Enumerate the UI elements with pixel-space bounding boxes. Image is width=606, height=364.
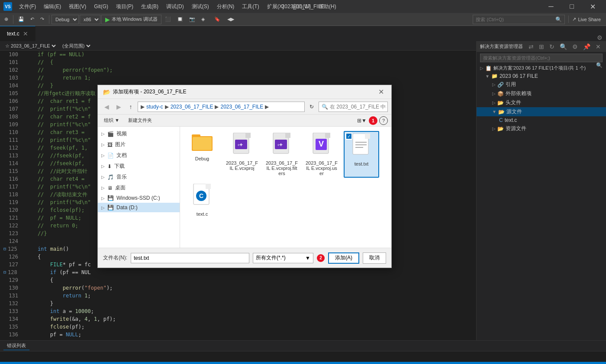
windows-ssd-label: Windows-SSD (C:) [116,195,160,201]
file-vcxproj-filters[interactable]: + ✦ 2023_06_17_FIL E.vcxproj.filters [264,131,300,178]
data-d-arrow: ▷ [101,205,105,210]
filename-input[interactable] [131,253,249,263]
images-label: 图片 [115,141,126,148]
nav-path: ▶ study-c ▶ 2023_06_17_FILE ▶ 2023_06_17… [138,102,305,112]
cancel-button[interactable]: 取消 [363,252,386,264]
documents-icon: 📄 [107,153,114,159]
documents-label: 文档 [116,152,127,159]
images-arrow: ▷ [101,142,105,147]
dialog-file-grid: Debug + ✦ [180,127,391,248]
nav-path-sep-1: ▶ [141,104,145,110]
filter-label: 所有文件(*.*) [256,254,286,262]
vcxproj-user-name: 2023_06_17_FIL E.vcxproj.user [306,160,338,176]
documents-arrow: ▷ [101,153,105,158]
svg-rect-1 [192,134,200,137]
data-d-label: Data (D:) [116,204,138,211]
file-vcxproj-user[interactable]: V 2023_06_17_FIL E.vcxproj.user [304,131,339,178]
dialog-toolbar-left: 组织 ▼ 新建文件夹 [101,116,155,125]
file-debug[interactable]: Debug [184,131,220,178]
svg-text:C: C [199,192,203,199]
dialog-nav: ◀ ▶ ↑ ▶ study-c ▶ 2023_06_17_FILE ▶ 2023… [98,99,391,115]
svg-rect-11 [285,133,290,138]
svg-rect-5 [245,133,251,138]
svg-text:✦: ✦ [277,143,280,147]
desktop-icon: 🖥 [107,185,113,191]
desktop-arrow: ▷ [101,185,105,190]
svg-text:V: V [319,140,324,148]
nav-path-study[interactable]: study-c [146,104,163,110]
sidebar-desktop[interactable]: ▷ 🖥 桌面 [98,182,180,193]
dialog-help-button[interactable]: ? [379,116,388,125]
nav-path-sep-4: ▶ [265,104,269,110]
sidebar-images[interactable]: ▷ 🖼 图片 [98,139,180,150]
nav-search: 🔍 [319,102,388,112]
sidebar-music[interactable]: ▷ 🎵 音乐 [98,172,180,182]
filter-arrow: ▼ [305,255,310,261]
videos-arrow: ▷ [101,131,105,136]
file-textc[interactable]: C text.c [184,182,220,218]
dialog-overlay: 📂 添加现有项 - 2023_06_17_FILE ✕ ◀ ▶ ↑ ▶ stud… [0,0,606,364]
dialog-badge-2: 2 [317,254,325,262]
svg-rect-17 [325,133,330,138]
images-icon: 🖼 [107,142,113,148]
filter-dropdown[interactable]: 所有文件(*.*) ▼ [253,253,313,263]
nav-search-input[interactable] [330,104,386,110]
vcxproj-filters-name: 2023_06_17_FIL E.vcxproj.filters [266,160,298,176]
nav-refresh-button[interactable]: ↻ [306,102,317,112]
music-label: 音乐 [116,173,127,181]
vcxproj-user-icon: V [312,133,331,159]
nav-back-button[interactable]: ◀ [101,102,112,112]
filename-label: 文件名(N): [103,254,127,262]
sidebar-downloads[interactable]: ▷ ⬇ 下载 [98,161,180,172]
dialog-title-icon: 📂 [103,89,110,96]
sidebar-windows-ssd[interactable]: ▷ 💾 Windows-SSD (C:) [98,193,180,203]
new-folder-button[interactable]: 新建文件夹 [126,116,155,125]
dialog-title-text: 添加现有项 - 2023_06_17_FILE [113,88,186,96]
sidebar-videos[interactable]: ▷ 🎬 视频 [98,128,180,139]
nav-up-button[interactable]: ↑ [126,102,136,112]
nav-path-file[interactable]: 2023_06_17_FILE [171,104,213,110]
nav-path-file2[interactable]: 2023_06_17_FILE [220,104,263,110]
nav-search-icon: 🔍 [322,104,328,110]
videos-icon: 🎬 [107,131,114,137]
svg-rect-28 [206,184,211,189]
add-button[interactable]: 添加(A) [328,252,359,264]
downloads-label: 下载 [114,163,125,170]
textc-file-icon: C [193,184,212,210]
sidebar-data-d[interactable]: ▷ 💾 Data (D:) [98,203,180,212]
nav-forward-button[interactable]: ▶ [113,102,124,112]
file-vcxproj[interactable]: + ✦ 2023_06_17_FIL E.vcxproj [224,131,260,178]
view-menu-button[interactable]: ⊞▼ [357,115,367,126]
data-d-icon: 💾 [107,204,114,211]
dialog-toolbar: 组织 ▼ 新建文件夹 ⊞▼ 1 ? [98,115,391,127]
selection-checkmark: ✓ [345,133,352,140]
debug-folder-name: Debug [195,156,209,161]
nav-path-sep-3: ▶ [215,104,219,110]
music-arrow: ▷ [101,175,105,179]
dialog-toolbar-right: ⊞▼ 1 ? [357,115,388,126]
downloads-arrow: ▷ [101,164,105,169]
dialog-titlebar: 📂 添加现有项 - 2023_06_17_FILE ✕ [98,85,391,99]
organize-button[interactable]: 组织 ▼ [101,116,122,125]
dialog-footer: 文件名(N): 所有文件(*.*) ▼ 2 添加(A) 取消 [98,248,391,268]
add-existing-item-dialog: 📂 添加现有项 - 2023_06_17_FILE ✕ ◀ ▶ ↑ ▶ stud… [97,85,392,268]
dialog-close-button[interactable]: ✕ [376,87,386,97]
windows-ssd-icon: 💾 [107,195,114,201]
vcxproj-name: 2023_06_17_FIL E.vcxproj [226,160,258,171]
nav-path-sep-2: ▶ [165,104,169,110]
svg-text:✦: ✦ [237,143,240,147]
vcxproj-icon: + ✦ [232,133,251,159]
vcxproj-filters-icon: + ✦ [272,133,291,159]
sidebar-documents[interactable]: ▷ 📄 文档 [98,150,180,161]
dialog-badge-1: 1 [369,116,377,125]
videos-label: 视频 [116,130,127,137]
test-txt-icon [352,134,371,160]
debug-folder-icon [192,133,213,154]
test-txt-name: test.txt [355,161,368,166]
svg-rect-2 [193,137,212,150]
dialog-body: ▷ 🎬 视频 ▷ 🖼 图片 ▷ 📄 文档 ▷ ⬇ 下载 [98,127,391,248]
textc-file-name: text.c [197,211,208,217]
dialog-sidebar: ▷ 🎬 视频 ▷ 🖼 图片 ▷ 📄 文档 ▷ ⬇ 下载 [98,127,180,248]
svg-rect-22 [365,134,370,139]
file-test-txt[interactable]: ✓ test.txt [344,131,379,178]
